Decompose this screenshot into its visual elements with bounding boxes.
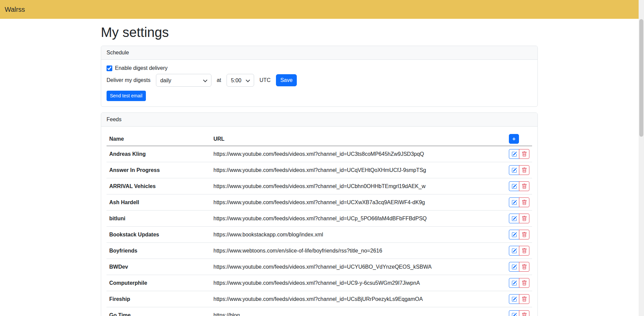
column-header-url: URL [211, 132, 495, 146]
navbar: Walrss [0, 0, 639, 19]
feed-actions [495, 194, 532, 211]
trash-icon [522, 232, 527, 237]
delete-feed-button[interactable] [519, 278, 529, 288]
feed-actions-group [509, 246, 529, 256]
feed-actions-group [509, 310, 529, 316]
delete-feed-button[interactable] [519, 165, 529, 175]
feed-actions-group [509, 165, 529, 175]
feed-actions-group [509, 214, 529, 223]
table-row: ARRIVAL Vehicles https://www.youtube.com… [107, 178, 532, 194]
test-email-row: Send test email [107, 91, 532, 101]
edit-feed-button[interactable] [509, 262, 519, 272]
deliver-row: Deliver my digests daily at 5:00 [107, 74, 532, 87]
feed-actions [495, 146, 532, 162]
trash-icon [522, 313, 527, 316]
feed-actions [495, 243, 532, 259]
scrollbar[interactable] [639, 0, 644, 316]
pencil-square-icon [512, 200, 517, 205]
enable-digest-checkbox[interactable] [107, 65, 112, 71]
navbar-brand[interactable]: Walrss [5, 6, 25, 13]
time-select[interactable]: 5:00 [227, 74, 254, 87]
pencil-square-icon [512, 313, 517, 316]
feed-name: Answer In Progress [107, 162, 211, 178]
trash-icon [522, 248, 527, 254]
feed-url: https://blog [211, 307, 495, 316]
feed-name: ARRIVAL Vehicles [107, 178, 211, 194]
enable-digest-row: Enable digest delivery [107, 65, 532, 71]
trash-icon [522, 184, 527, 189]
feeds-card: Feeds Name URL + And [101, 112, 538, 316]
feed-name: bitluni [107, 211, 211, 227]
edit-feed-button[interactable] [509, 197, 519, 207]
delete-feed-button[interactable] [519, 262, 529, 272]
enable-digest-label[interactable]: Enable digest delivery [115, 65, 168, 71]
feed-name: Andreas Kling [107, 146, 211, 162]
timezone-label: UTC [259, 77, 271, 83]
pencil-square-icon [512, 280, 517, 286]
feed-actions-group [509, 181, 529, 191]
table-row: Computerphile https://www.youtube.com/fe… [107, 275, 532, 291]
save-button[interactable]: Save [276, 74, 297, 86]
delete-feed-button[interactable] [519, 181, 529, 191]
feeds-table-header-row: Name URL + [107, 132, 532, 146]
trash-icon [522, 200, 527, 205]
feeds-card-header: Feeds [101, 113, 537, 127]
pencil-square-icon [512, 184, 517, 189]
pencil-square-icon [512, 248, 517, 254]
edit-feed-button[interactable] [509, 149, 519, 159]
pencil-square-icon [512, 264, 517, 270]
edit-feed-button[interactable] [509, 278, 519, 288]
feed-url: https://www.youtube.com/feeds/videos.xml… [211, 162, 495, 178]
feed-actions-group [509, 149, 529, 159]
feed-url: https://www.youtube.com/feeds/videos.xml… [211, 194, 495, 211]
edit-feed-button[interactable] [509, 181, 519, 191]
feed-name: BWDev [107, 259, 211, 275]
edit-feed-button[interactable] [509, 246, 519, 256]
edit-feed-button[interactable] [509, 165, 519, 175]
feed-actions [495, 227, 532, 243]
delete-feed-button[interactable] [519, 310, 529, 316]
delete-feed-button[interactable] [519, 246, 529, 256]
send-test-email-button[interactable]: Send test email [107, 91, 146, 101]
trash-icon [522, 280, 527, 286]
feed-url: https://www.webtoons.com/en/slice-of-lif… [211, 243, 495, 259]
schedule-card-body: Enable digest delivery Deliver my digest… [101, 60, 537, 106]
edit-feed-button[interactable] [509, 294, 519, 304]
edit-feed-button[interactable] [509, 214, 519, 223]
add-feed-button[interactable]: + [509, 134, 519, 144]
edit-feed-button[interactable] [509, 230, 519, 239]
page: Walrss My settings Schedule Enable diges… [0, 0, 644, 316]
delete-feed-button[interactable] [519, 294, 529, 304]
table-row: Ash Hardell https://www.youtube.com/feed… [107, 194, 532, 211]
pencil-square-icon [512, 151, 517, 157]
column-header-actions: + [495, 132, 532, 146]
frequency-select[interactable]: daily [156, 74, 211, 87]
table-row: BWDev https://www.youtube.com/feeds/vide… [107, 259, 532, 275]
feed-actions [495, 291, 532, 307]
feed-url: https://www.youtube.com/feeds/videos.xml… [211, 146, 495, 162]
pencil-square-icon [512, 297, 517, 302]
main-content: My settings Schedule Enable digest deliv… [101, 24, 538, 316]
trash-icon [522, 168, 527, 173]
delete-feed-button[interactable] [519, 197, 529, 207]
page-title: My settings [101, 24, 538, 40]
column-header-name: Name [107, 132, 211, 146]
feed-actions-group [509, 197, 529, 207]
delete-feed-button[interactable] [519, 149, 529, 159]
feed-url: https://www.youtube.com/feeds/videos.xml… [211, 178, 495, 194]
feed-url: https://www.youtube.com/feeds/videos.xml… [211, 259, 495, 275]
feed-url: https://www.youtube.com/feeds/videos.xml… [211, 291, 495, 307]
time-select-wrap: 5:00 [227, 74, 254, 87]
feed-url: https://www.youtube.com/feeds/videos.xml… [211, 211, 495, 227]
table-row: Bookstack Updates https://www.bookstacka… [107, 227, 532, 243]
schedule-card: Schedule Enable digest delivery Deliver … [101, 46, 538, 107]
feed-name: Bookstack Updates [107, 227, 211, 243]
delete-feed-button[interactable] [519, 214, 529, 223]
table-row: Andreas Kling https://www.youtube.com/fe… [107, 146, 532, 162]
edit-feed-button[interactable] [509, 310, 519, 316]
feed-name: Boyfriends [107, 243, 211, 259]
content-area: Walrss My settings Schedule Enable diges… [0, 0, 639, 316]
delete-feed-button[interactable] [519, 230, 529, 239]
scrollbar-thumb[interactable] [639, 19, 643, 137]
feed-actions-group [509, 230, 529, 239]
